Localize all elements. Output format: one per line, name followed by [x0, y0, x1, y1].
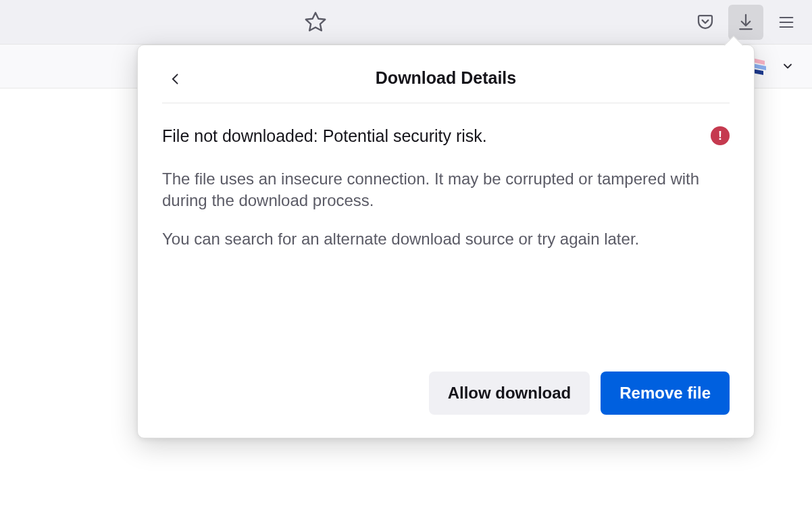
- panel-header: Download Details: [162, 64, 730, 103]
- hamburger-menu-icon[interactable]: [769, 5, 804, 40]
- warning-heading: File not downloaded: Potential security …: [162, 125, 700, 148]
- download-details-panel: Download Details File not downloaded: Po…: [137, 45, 755, 438]
- bookmark-star-icon[interactable]: [298, 5, 333, 40]
- warning-icon: !: [711, 126, 730, 145]
- back-button[interactable]: [162, 66, 189, 93]
- warning-body-line1: The file uses an insecure connection. It…: [162, 168, 730, 212]
- downloads-icon[interactable]: [728, 5, 763, 40]
- button-row: Allow download Remove file: [162, 372, 730, 415]
- warning-body: The file uses an insecure connection. It…: [162, 168, 730, 250]
- browser-toolbar: [0, 0, 812, 45]
- bookmark-folder-icon[interactable]: [753, 57, 776, 80]
- allow-download-button[interactable]: Allow download: [429, 372, 590, 415]
- remove-file-button[interactable]: Remove file: [601, 372, 730, 415]
- pocket-icon[interactable]: [688, 5, 723, 40]
- url-box[interactable]: [0, 0, 344, 44]
- warning-body-line2: You can search for an alternate download…: [162, 228, 730, 250]
- chevron-down-icon[interactable]: [776, 54, 800, 78]
- warning-row: File not downloaded: Potential security …: [162, 125, 730, 148]
- panel-title: Download Details: [376, 68, 516, 88]
